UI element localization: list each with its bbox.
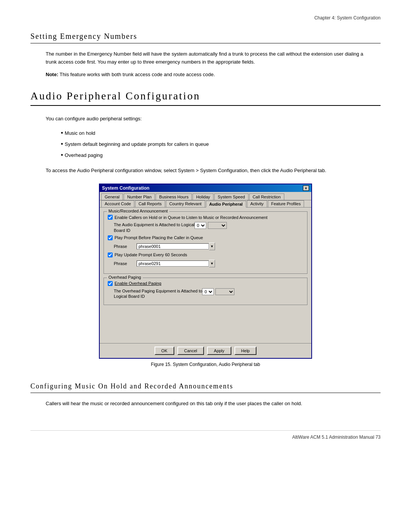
tab-call-reports[interactable]: Call Reports	[135, 200, 165, 207]
note-body: This feature works with both trunk acces…	[60, 72, 215, 77]
tab-country-relevant[interactable]: Country Relevant	[166, 200, 205, 207]
phrase1-input[interactable]	[137, 243, 209, 249]
footer: AltiWare ACM 5.1 Administration Manual 7…	[30, 430, 381, 440]
overhead-board-id-inputs: 0	[202, 288, 234, 295]
overhead-group-label: Overhead Paging	[107, 275, 143, 280]
play-prompt-label: Play Prompt Before Placing the Caller in…	[115, 235, 203, 240]
phrase2-select-container: ▼	[137, 260, 215, 267]
tab-system-speed[interactable]: System Speed	[214, 193, 249, 200]
section1-note: Note: This feature works with both trunk…	[46, 71, 365, 79]
board-id-select[interactable]: 0	[194, 222, 206, 229]
update-prompt-label: Play Update Prompt Every 60 Seconds	[115, 252, 187, 257]
enable-music-checkbox[interactable]	[108, 215, 113, 220]
overhead-group-box: Overhead Paging Enable Overhead Paging T…	[104, 278, 307, 305]
dialog-tabs: General Number Plan Business Hours Holid…	[100, 192, 311, 200]
dialog-close-button[interactable]: ×	[303, 185, 309, 191]
enable-overhead-row: Enable Overhead Paging	[108, 281, 303, 286]
enable-overhead-label: Enable Overhead Paging	[115, 281, 161, 286]
spacer	[104, 309, 307, 339]
phrase1-select-container: ▼	[137, 243, 215, 250]
phrase2-label: Phrase	[114, 261, 137, 266]
enable-music-row: Enable Callers on Hold or in Queue to Li…	[108, 215, 303, 220]
phrase2-dropdown-btn[interactable]: ▼	[209, 260, 215, 267]
tab-activity[interactable]: Activity	[247, 200, 267, 207]
tab-feature-profiles[interactable]: Feature Profiles	[268, 200, 304, 207]
bullet-item-2: System default beginning and update prom…	[61, 139, 381, 150]
dialog-window: System Configuration × General Number Pl…	[99, 184, 312, 358]
board-id-select2[interactable]	[208, 222, 227, 229]
overhead-board-id-select2[interactable]	[215, 288, 234, 295]
tab-business-hours[interactable]: Business Hours	[156, 193, 192, 200]
tab-audio-peripheral[interactable]: Audio Peripheral	[206, 201, 246, 208]
dialog-buttons: OK Cancel Apply Help	[100, 343, 311, 358]
update-prompt-row: Play Update Prompt Every 60 Seconds	[108, 252, 303, 257]
phrase1-label: Phrase	[114, 244, 137, 249]
play-prompt-checkbox[interactable]	[108, 235, 113, 240]
bullet-item-1: Music on hold	[61, 128, 381, 139]
ok-button[interactable]: OK	[155, 347, 174, 355]
dialog-tabs-row2: Account Code Call Reports Country Releva…	[100, 200, 311, 208]
chapter-header: Chapter 4: System Configuration	[30, 15, 381, 21]
figure-caption: Figure 15. System Configuration, Audio P…	[151, 362, 260, 367]
dialog-content: Music/Recorded Announcement Enable Calle…	[100, 208, 311, 343]
bullet-list: Music on hold System default beginning a…	[61, 128, 381, 160]
help-button[interactable]: Help	[234, 347, 257, 355]
note-label: Note:	[46, 72, 58, 77]
music-group-box: Music/Recorded Announcement Enable Calle…	[104, 211, 307, 274]
apply-button[interactable]: Apply	[207, 347, 231, 355]
music-group-label: Music/Recorded Announcement	[107, 209, 169, 213]
tab-account-code[interactable]: Account Code	[101, 200, 134, 207]
board-id-inputs: 0	[194, 222, 227, 229]
attached-row: The Audio Equipment is Attached to Logic…	[108, 222, 303, 233]
access-text: To access the Audio Peripheral configura…	[46, 167, 365, 175]
chapter-title: Audio Peripheral Configuration	[30, 90, 381, 106]
overhead-attached-label: The Overhead Paging Equipment is Attache…	[114, 288, 202, 299]
subsection-title: Configuring Music On Hold and Recorded A…	[30, 382, 381, 393]
tab-holiday[interactable]: Holiday	[193, 193, 213, 200]
phrase2-input[interactable]	[137, 260, 209, 267]
subsection-body: Callers will hear the music or recorded …	[46, 400, 365, 408]
overhead-attached-row: The Overhead Paging Equipment is Attache…	[108, 288, 303, 299]
enable-music-label: Enable Callers on Hold or in Queue to Li…	[115, 215, 268, 220]
section1-title: Setting Emergency Numbers	[30, 32, 381, 43]
overhead-board-id-select[interactable]: 0	[202, 288, 214, 295]
tab-number-plan[interactable]: Number Plan	[124, 193, 155, 200]
play-prompt-row: Play Prompt Before Placing the Caller in…	[108, 235, 303, 240]
bullet-item-3: Overhead paging	[61, 150, 381, 161]
dialog-title: System Configuration	[102, 185, 150, 191]
tab-general[interactable]: General	[101, 193, 123, 200]
attached-label: The Audio Equipment is Attached to Logic…	[114, 222, 194, 233]
phrase2-row: Phrase ▼	[108, 260, 303, 267]
cancel-button[interactable]: Cancel	[177, 347, 204, 355]
phrase1-row: Phrase ▼	[108, 243, 303, 250]
enable-overhead-checkbox[interactable]	[108, 281, 113, 286]
intro-text: You can configure audio peripheral setti…	[46, 115, 365, 123]
phrase1-dropdown-btn[interactable]: ▼	[209, 243, 215, 250]
dialog-titlebar: System Configuration ×	[100, 184, 311, 192]
section1-body: The number in the Emergency Number field…	[46, 50, 365, 66]
dialog-container: System Configuration × General Number Pl…	[30, 184, 381, 376]
tab-call-restriction[interactable]: Call Restriction	[249, 193, 284, 200]
update-prompt-checkbox[interactable]	[108, 252, 113, 257]
